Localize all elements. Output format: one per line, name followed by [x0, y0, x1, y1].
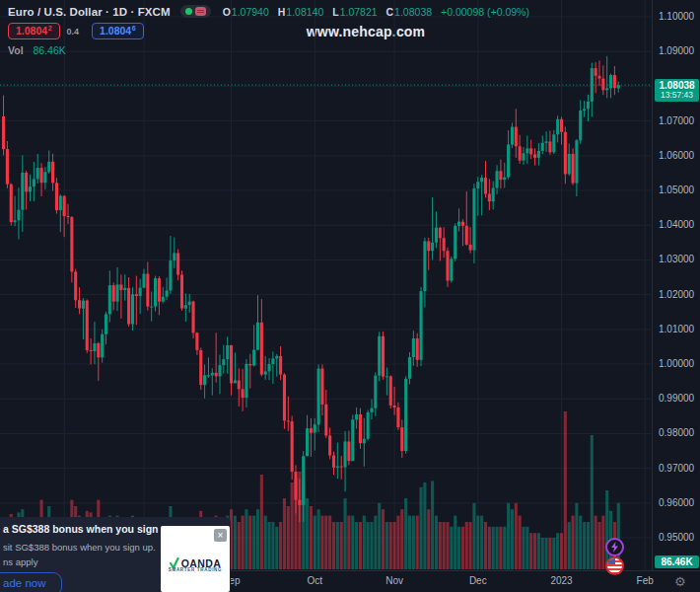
volume-bar — [271, 522, 274, 569]
candle-body — [222, 359, 225, 365]
candle-body — [105, 314, 107, 333]
last-price-badge: 1.08038 13:57:43 — [655, 79, 699, 102]
volume-bar — [480, 516, 483, 569]
volume-bar — [416, 516, 419, 569]
candle-body — [302, 456, 305, 505]
candle-body — [552, 134, 555, 152]
volume-bar — [396, 516, 399, 569]
volume-bar — [591, 435, 594, 569]
buy-price-button[interactable]: 1.08046 — [92, 23, 144, 39]
candle-body — [370, 408, 373, 412]
price-tick-label: 1.05000 — [659, 185, 694, 196]
candle-body — [40, 168, 43, 183]
chart-canvas[interactable] — [0, 0, 700, 592]
lightning-icon[interactable] — [605, 538, 624, 556]
flag-canton — [607, 558, 615, 564]
price-tick-label: 0.97000 — [659, 463, 694, 475]
candle-body — [461, 222, 464, 226]
candle-body — [169, 260, 172, 290]
candle-body — [116, 284, 119, 301]
candle-body — [275, 356, 278, 359]
candle-body — [199, 350, 202, 385]
ad-subtext: sit SG$388 bonus when you sign up. — [3, 542, 156, 553]
candle-body — [529, 148, 532, 154]
candle-body — [564, 132, 567, 175]
candle-body — [385, 376, 388, 377]
candle-body — [146, 274, 149, 307]
candle-body — [192, 302, 195, 333]
volume-label[interactable]: Vol — [8, 44, 24, 56]
candle-body — [242, 389, 245, 398]
price-axis[interactable]: 1.100001.090001.070001.060001.050001.040… — [652, 0, 700, 570]
candle-body — [472, 188, 475, 251]
candle-body — [617, 85, 620, 88]
candle-body — [427, 241, 430, 251]
volume-bar — [359, 522, 362, 569]
candle-body — [332, 456, 335, 468]
ohlc-l-value: 1.07821 — [340, 6, 378, 18]
candle-body — [180, 275, 183, 309]
ad-logo-panel: × OANDA SMARTER TRADING — [161, 526, 230, 592]
candle-body — [324, 405, 327, 436]
volume-bar — [420, 487, 423, 569]
volume-bar — [427, 509, 430, 569]
candle-body — [135, 294, 138, 296]
candle-body — [416, 338, 419, 360]
candle-body — [268, 364, 271, 371]
price-tick-label: 0.99000 — [659, 393, 694, 405]
candle-body — [519, 146, 522, 160]
volume-bar — [541, 538, 544, 569]
sell-price-sup: 2 — [48, 25, 52, 33]
candle-body — [340, 467, 343, 468]
ad-banner[interactable]: a SG$388 bonus when you sign up. sit SG$… — [0, 517, 231, 592]
indicator-toggle[interactable] — [180, 5, 211, 18]
volume-bar — [469, 522, 472, 569]
price-tick-label: 1.03000 — [659, 254, 694, 265]
price-tick-label: 1.00000 — [659, 358, 694, 370]
volume-bar — [306, 498, 309, 569]
volume-bar — [492, 527, 495, 569]
sell-price-button[interactable]: 1.08042 — [8, 23, 60, 39]
candle-body — [496, 171, 499, 187]
candle-body — [378, 336, 381, 376]
volume-bar — [529, 533, 532, 569]
candle-body — [404, 379, 407, 451]
candle-body — [287, 420, 290, 421]
candle-body — [230, 345, 233, 383]
ad-cta-button[interactable]: ade now — [0, 572, 62, 592]
volume-bar — [515, 503, 518, 569]
candle-body — [499, 171, 502, 180]
volume-bar — [279, 522, 282, 569]
candle-body — [355, 414, 358, 419]
volume-bar — [552, 538, 555, 569]
candle-body — [548, 141, 551, 152]
candle-body — [150, 307, 153, 308]
candle-body — [435, 228, 438, 243]
volume-bar — [242, 516, 245, 569]
candle-body — [306, 428, 309, 456]
candle-body — [533, 154, 536, 158]
candle-body — [412, 338, 415, 357]
candle-body — [162, 297, 165, 302]
candle-body — [408, 357, 411, 379]
volume-bar — [256, 509, 259, 569]
volume-bar — [583, 522, 586, 569]
ohlc-c-value: 1.08038 — [394, 6, 432, 18]
candle-body — [63, 196, 66, 216]
volume-bar — [344, 498, 347, 569]
us-flag-icon[interactable] — [605, 556, 624, 575]
gear-icon[interactable]: ⚙ — [674, 574, 686, 589]
volume-bar — [545, 538, 548, 569]
ad-terms: ns apply — [3, 556, 37, 567]
candle-body — [450, 259, 453, 280]
volume-bar — [314, 516, 316, 569]
volume-bar — [260, 475, 263, 569]
symbol-title[interactable]: Euro / U.S. Dollar · 1D · FXCM — [8, 6, 171, 18]
volume-bar — [324, 516, 327, 569]
ohlc-h-label: H — [278, 6, 286, 18]
candle-body — [264, 371, 267, 374]
ad-close-button[interactable]: × — [214, 529, 227, 542]
volume-bar — [484, 522, 487, 569]
candle-body — [55, 183, 58, 210]
candle-body — [2, 116, 5, 149]
